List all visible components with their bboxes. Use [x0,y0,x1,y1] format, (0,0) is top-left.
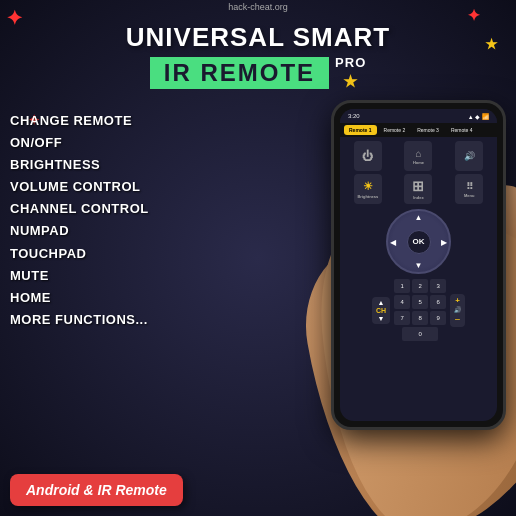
vol-icon: 🔊 [454,306,461,313]
num-1[interactable]: 1 [394,279,410,293]
dpad-right[interactable]: ▶ [441,237,447,246]
dpad-container: ▲ ▼ ◀ ▶ OK [344,207,493,276]
btn-index[interactable]: ⊞ Index [404,174,432,204]
phone-body: 3:20 ▲ ◆ 📶 Remote 1 Remote 2 Remote 3 Re… [331,100,506,430]
numpad: 1 2 3 4 5 6 7 8 9 [394,279,446,341]
ch-numpad-row: ▲ CH ▼ 1 2 3 4 5 6 [344,279,493,341]
vol-control[interactable]: + 🔊 − [450,294,465,327]
remote-row-2: ☀ Brightness ⊞ Index ⠿ Menu [344,174,493,204]
ch-up-icon[interactable]: ▲ [378,299,385,306]
remote-row-1: ⏻ ⌂ Home 🔊 [344,141,493,171]
header: hack-cheat.org UNIVERSAL SMART IR REMOTE… [0,0,516,91]
features-list: CHANGE REMOTE ON/OFF BRIGHTNESS VOLUME C… [10,110,210,331]
vol-plus-icon[interactable]: + [455,296,460,305]
title-line1: UNIVERSAL SMART [0,22,516,53]
brightness-icon: ☀ [363,180,373,193]
tab-remote2[interactable]: Remote 2 [379,125,411,135]
feature-onoff: ON/OFF [10,132,210,154]
phone-container: 3:20 ▲ ◆ 📶 Remote 1 Remote 2 Remote 3 Re… [256,80,516,500]
num-6[interactable]: 6 [430,295,446,309]
numpad-row-1: 1 2 3 [394,279,446,293]
num-5[interactable]: 5 [412,295,428,309]
phone-screen: 3:20 ▲ ◆ 📶 Remote 1 Remote 2 Remote 3 Re… [340,109,497,421]
num-3[interactable]: 3 [430,279,446,293]
home-icon: ⌂ [415,148,421,159]
btn-volume[interactable]: 🔊 [455,141,483,171]
status-bar: 3:20 ▲ ◆ 📶 [340,109,497,123]
feature-mute: MUTE [10,265,210,287]
num-9[interactable]: 9 [430,311,446,325]
feature-touchpad: TOUCHPAD [10,243,210,265]
index-icon: ⊞ [412,178,424,194]
vol-minus-icon[interactable]: − [455,314,461,325]
pro-text: PRO [335,55,366,70]
feature-volume: VOLUME CONTROL [10,176,210,198]
menu-icon: ⠿ [466,181,473,192]
dpad-left[interactable]: ◀ [390,237,396,246]
dpad-down[interactable]: ▼ [415,261,423,270]
badge-label: Android & IR Remote [26,482,167,498]
btn-brightness[interactable]: ☀ Brightness [354,174,382,204]
feature-channel: CHANNEL CONTROL [10,198,210,220]
btn-menu[interactable]: ⠿ Menu [455,174,483,204]
dpad-ok[interactable]: OK [407,230,431,254]
volume-icon: 🔊 [464,151,475,161]
numpad-row-2: 4 5 6 [394,295,446,309]
tab-remote1[interactable]: Remote 1 [344,125,377,135]
status-time: 3:20 [348,113,360,119]
feature-home: HOME [10,287,210,309]
power-icon: ⏻ [362,150,373,162]
btn-home[interactable]: ⌂ Home [404,141,432,171]
feature-change-remote: CHANGE REMOTE [10,110,210,132]
tab-remote3[interactable]: Remote 3 [412,125,444,135]
ch-down-icon[interactable]: ▼ [378,315,385,322]
feature-more: MORE FUNCTIONS... [10,309,210,331]
num-7[interactable]: 7 [394,311,410,325]
feature-brightness: BRIGHTNESS [10,154,210,176]
remote-controls: ⏻ ⌂ Home 🔊 ☀ Brightness [340,137,497,345]
num-8[interactable]: 8 [412,311,428,325]
btn-power[interactable]: ⏻ [354,141,382,171]
remote-tabs[interactable]: Remote 1 Remote 2 Remote 3 Remote 4 [340,123,497,137]
status-icons: ▲ ◆ 📶 [468,113,489,120]
numpad-row-3: 7 8 9 [394,311,446,325]
num-0[interactable]: 0 [402,327,438,341]
ch-label: CH [376,307,386,314]
dpad-up[interactable]: ▲ [415,213,423,222]
ch-control[interactable]: ▲ CH ▼ [372,297,390,324]
num-2[interactable]: 2 [412,279,428,293]
num-4[interactable]: 4 [394,295,410,309]
bottom-badge: Android & IR Remote [10,474,183,506]
numpad-row-0: 0 [394,327,446,341]
watermark: hack-cheat.org [228,2,288,12]
tab-remote4[interactable]: Remote 4 [446,125,478,135]
dpad[interactable]: ▲ ▼ ◀ ▶ OK [386,209,451,274]
feature-numpad: NUMPAD [10,220,210,242]
